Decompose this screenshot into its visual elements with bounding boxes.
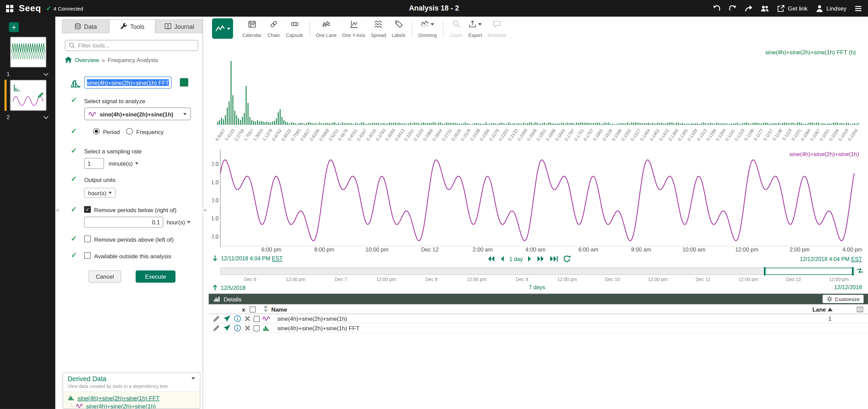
svg-text:0.0: 0.0 bbox=[212, 197, 219, 203]
chain-tool[interactable]: Chain bbox=[264, 18, 283, 39]
capsule-tool[interactable]: Capsule bbox=[283, 18, 306, 39]
cancel-button[interactable]: Cancel bbox=[88, 271, 121, 283]
calendar-tool[interactable]: Calendar bbox=[240, 18, 264, 39]
selection-left-handle[interactable] bbox=[764, 267, 766, 275]
investigate-end[interactable]: 12/12/2018 bbox=[834, 284, 862, 291]
worksheet-thumbnail-2[interactable] bbox=[10, 80, 46, 111]
one-y-axis-tool[interactable]: One Y-Axis bbox=[339, 18, 368, 39]
user-menu[interactable]: Lindsey bbox=[815, 4, 847, 12]
hamburger-menu-icon[interactable] bbox=[854, 4, 862, 12]
select-all-checkbox[interactable] bbox=[250, 306, 256, 312]
step-forward-fast-icon[interactable] bbox=[537, 256, 545, 262]
period-radio[interactable] bbox=[93, 128, 100, 135]
redo-icon[interactable] bbox=[729, 4, 737, 12]
remove-below-input[interactable] bbox=[84, 217, 163, 228]
signal-select[interactable]: sine(4h)+sine(2h)+sine(1h) bbox=[84, 108, 191, 120]
columns-icon[interactable] bbox=[856, 306, 864, 314]
app-grid-icon[interactable] bbox=[5, 4, 14, 12]
sort-icon[interactable] bbox=[263, 305, 268, 313]
new-worksheet-button[interactable]: + bbox=[9, 22, 19, 32]
tab-tools[interactable]: Tools bbox=[109, 19, 156, 33]
info-icon[interactable] bbox=[234, 324, 241, 332]
step-back-icon[interactable] bbox=[500, 256, 504, 262]
remove-icon[interactable] bbox=[244, 315, 251, 322]
color-swatch[interactable] bbox=[180, 78, 188, 86]
export-tool[interactable]: Export bbox=[466, 18, 485, 39]
step-forward-icon[interactable] bbox=[528, 256, 532, 262]
worksheet-menu-icon[interactable] bbox=[43, 71, 48, 77]
remove-icon[interactable] bbox=[244, 325, 251, 332]
investigate-start[interactable]: 12/5/2018 bbox=[212, 284, 245, 291]
lane-value: 1 bbox=[815, 315, 831, 322]
sampling-unit-dropdown[interactable]: minute(s) bbox=[108, 160, 138, 167]
trend-chart[interactable]: 2.01.00.0-1.0-2.06:00 pm8:00 pm10:00 pmD… bbox=[212, 145, 862, 254]
remove-all-column-header[interactable]: x bbox=[240, 306, 247, 313]
worksheet-menu-icon[interactable] bbox=[43, 114, 48, 120]
remove-above-checkbox[interactable] bbox=[84, 236, 91, 242]
step-back-fast-icon[interactable] bbox=[487, 256, 495, 262]
home-icon[interactable] bbox=[65, 57, 72, 63]
tab-journal[interactable]: Journal bbox=[156, 19, 202, 33]
dimming-tool[interactable]: Dimming bbox=[415, 18, 439, 39]
spread-tool[interactable]: Spread bbox=[368, 18, 389, 39]
agents-connected-status[interactable]: ✓ 4 Connected bbox=[46, 5, 83, 12]
selected-text: sine(4h)+sine(2h)+sine(1h) FFT bbox=[87, 79, 169, 86]
frequency-radio[interactable] bbox=[126, 128, 133, 135]
tool-name-input[interactable]: sine(4h)+sine(2h)+sine(1h) FFT bbox=[84, 76, 172, 89]
customize-button[interactable]: Customize bbox=[823, 295, 864, 303]
users-icon[interactable] bbox=[761, 4, 769, 12]
name-column-header[interactable]: Name bbox=[271, 306, 287, 313]
step-to-end-icon[interactable] bbox=[550, 256, 558, 262]
collapse-tools-panel-icon[interactable]: « bbox=[204, 206, 207, 213]
undo-icon[interactable] bbox=[713, 4, 721, 12]
search-icon bbox=[68, 42, 75, 49]
breadcrumb-overview-link[interactable]: Overview bbox=[75, 57, 99, 63]
remove-below-checkbox[interactable] bbox=[84, 206, 91, 213]
sampling-rate-input[interactable] bbox=[84, 158, 104, 169]
row-checkbox[interactable] bbox=[254, 316, 260, 322]
navigate-icon[interactable] bbox=[223, 324, 231, 332]
step-size-label[interactable]: 1 day bbox=[509, 256, 523, 262]
filter-tools-input[interactable] bbox=[78, 42, 194, 49]
main-content: CalendarChainCapsuleOne LaneOne Y-AxisSp… bbox=[203, 17, 868, 409]
derived-item-link[interactable]: sine(4h)+sine(2h)+sine(1h) FFT bbox=[78, 394, 160, 401]
navigate-icon[interactable] bbox=[223, 315, 231, 322]
share-icon[interactable] bbox=[745, 4, 753, 12]
lane-column-header[interactable]: Lane bbox=[812, 306, 826, 313]
edit-icon[interactable] bbox=[213, 324, 220, 332]
table-row[interactable]: sine(4h)+sine(2h)+sine(1h)1 bbox=[209, 314, 868, 324]
details-table-header: x Name Lane bbox=[209, 304, 868, 314]
timebar-expand-icon[interactable] bbox=[856, 267, 864, 275]
info-icon[interactable] bbox=[234, 315, 241, 322]
collapse-worksheet-panel-icon[interactable]: « bbox=[56, 206, 59, 213]
timebar-scrubber[interactable] bbox=[220, 268, 854, 275]
table-row[interactable]: sine(4h)+sine(2h)+sine(1h) FFT bbox=[209, 323, 868, 333]
execute-button[interactable]: Execute bbox=[136, 271, 175, 283]
selection-right-handle[interactable] bbox=[852, 267, 853, 275]
investigate-duration[interactable]: 7 days bbox=[529, 284, 545, 291]
row-checkbox[interactable] bbox=[254, 325, 260, 331]
derived-item-link[interactable]: sine(4h)+sine(2h)+sine(1h) bbox=[86, 403, 156, 409]
timebar-tick-label: Dec 10 bbox=[605, 277, 620, 282]
below-unit-dropdown[interactable]: hour(s) bbox=[166, 219, 191, 226]
one-lane-tool[interactable]: One Lane bbox=[313, 18, 339, 39]
display-range-start[interactable]: 12/11/2018 4:04 PM EST bbox=[212, 255, 282, 262]
tab-data[interactable]: Data bbox=[62, 19, 109, 33]
edit-icon[interactable] bbox=[213, 315, 220, 322]
timebar-selection[interactable] bbox=[764, 268, 853, 275]
refresh-icon[interactable] bbox=[563, 255, 571, 263]
labels-tool[interactable]: Labels bbox=[389, 18, 408, 39]
svg-text:6:00 am: 6:00 am bbox=[578, 246, 598, 253]
fft-chart[interactable]: 6.82673.41332.27561.70671.36531.13780.97… bbox=[212, 45, 862, 144]
timebar-tick-label: Dec 7 bbox=[335, 277, 347, 282]
collapse-chevron-icon[interactable] bbox=[192, 377, 195, 380]
histogram-icon bbox=[67, 394, 75, 401]
svg-text:12:00 pm: 12:00 pm bbox=[735, 246, 758, 253]
worksheet-thumbnail-1[interactable] bbox=[10, 37, 46, 68]
get-link-button[interactable]: Get link bbox=[777, 4, 808, 12]
available-outside-checkbox[interactable] bbox=[84, 252, 91, 259]
trend-view-button[interactable] bbox=[212, 18, 233, 39]
sampling-rate-row: minute(s) bbox=[55, 158, 202, 169]
output-unit-dropdown[interactable]: hour(s) bbox=[84, 188, 116, 198]
display-range-end[interactable]: 12/12/2018 4:04 PM EST bbox=[800, 256, 862, 262]
